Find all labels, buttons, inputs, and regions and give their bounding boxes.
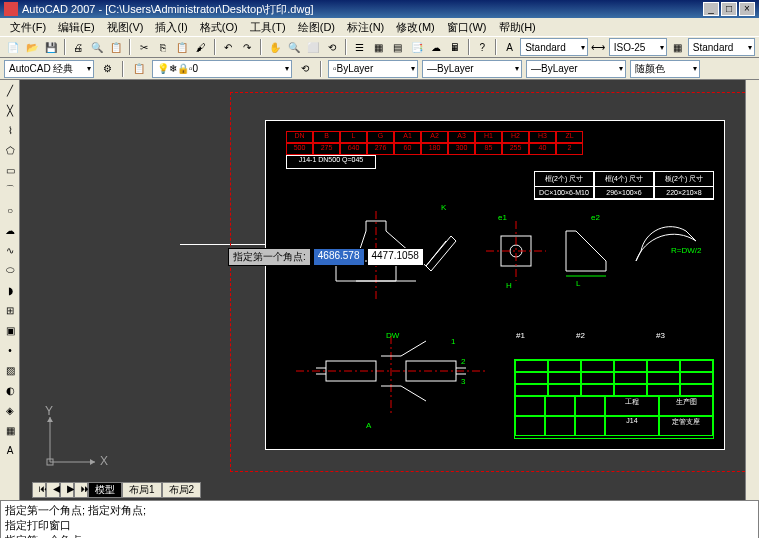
tab-layout2[interactable]: 布局2 (162, 482, 202, 498)
val-zl: 2 (556, 143, 583, 155)
gradient-icon[interactable]: ◐ (1, 381, 19, 399)
dyn-x[interactable]: 4686.578 (313, 248, 365, 266)
zoom-prev-icon[interactable]: ⟲ (324, 38, 341, 56)
tab-layout1[interactable]: 布局1 (122, 482, 162, 498)
dyn-y[interactable]: 4477.1058 (367, 248, 424, 266)
circle-icon[interactable]: ○ (1, 201, 19, 219)
properties-icon[interactable]: ☰ (351, 38, 368, 56)
tab-prev-icon[interactable]: ◀ (46, 482, 60, 498)
rectangle-icon[interactable]: ▭ (1, 161, 19, 179)
save-icon[interactable]: 💾 (42, 38, 59, 56)
line-icon[interactable]: ╱ (1, 81, 19, 99)
close-button[interactable]: × (739, 2, 755, 16)
xline-icon[interactable]: ╳ (1, 101, 19, 119)
textstyle-dropdown[interactable]: Standard (520, 38, 587, 56)
ellipse-icon[interactable]: ⬭ (1, 261, 19, 279)
table-icon[interactable]: ▦ (1, 421, 19, 439)
lineweight-dropdown[interactable]: — ByLayer (526, 60, 626, 78)
dimstyle-dropdown[interactable]: ISO-25 (609, 38, 667, 56)
workspace-settings-icon[interactable]: ⚙ (98, 60, 116, 78)
paste-icon[interactable]: 📋 (173, 38, 190, 56)
tb-proj-val: 生产图 (659, 396, 713, 416)
redo-icon[interactable]: ↷ (239, 38, 256, 56)
spline-icon[interactable]: ∿ (1, 241, 19, 259)
menu-dimension[interactable]: 标注(N) (341, 20, 390, 35)
help-icon[interactable]: ? (474, 38, 491, 56)
drawing-canvas[interactable]: DN B L G A1 A2 A3 H1 H2 H3 ZL 500 275 64… (20, 80, 759, 500)
col-a1: A1 (394, 131, 421, 143)
properties-toolbar: AutoCAD 经典 ⚙ 📋 💡❄🔒▫ 0 ⟲ ▫ ByLayer — ByLa… (0, 58, 759, 80)
ellipse-arc-icon[interactable]: ◗ (1, 281, 19, 299)
tablestyle-icon[interactable]: ▦ (669, 38, 686, 56)
param-header-row: DN B L G A1 A2 A3 H1 H2 H3 ZL (286, 131, 583, 143)
col-b: B (313, 131, 340, 143)
menu-draw[interactable]: 绘图(D) (292, 20, 341, 35)
plotstyle-dropdown[interactable]: 随颜色 (630, 60, 700, 78)
design-center-icon[interactable]: ▦ (370, 38, 387, 56)
hatch-icon[interactable]: ▨ (1, 361, 19, 379)
dyn-prompt: 指定第一个角点: (228, 248, 311, 266)
dim-k: K (441, 203, 446, 212)
tab-first-icon[interactable]: ⏮ (32, 482, 46, 498)
publish-icon[interactable]: 📋 (108, 38, 125, 56)
col-h3: H3 (529, 131, 556, 143)
match-icon[interactable]: 🖌 (193, 38, 210, 56)
command-line[interactable]: 指定第一个角点; 指定对角点; 指定打印窗口 指定第一个角点; (0, 500, 759, 538)
arc-icon[interactable]: ⌒ (1, 181, 19, 199)
layer-dropdown[interactable]: 💡❄🔒▫ 0 (152, 60, 292, 78)
layer-prev-icon[interactable]: ⟲ (296, 60, 314, 78)
polygon-icon[interactable]: ⬠ (1, 141, 19, 159)
pan-icon[interactable]: ✋ (266, 38, 283, 56)
tablestyle-dropdown[interactable]: Standard (688, 38, 755, 56)
cut-icon[interactable]: ✂ (135, 38, 152, 56)
point-icon[interactable]: • (1, 341, 19, 359)
region-icon[interactable]: ◈ (1, 401, 19, 419)
menu-window[interactable]: 窗口(W) (441, 20, 493, 35)
polyline-icon[interactable]: ⌇ (1, 121, 19, 139)
tool-palette-icon[interactable]: ▤ (389, 38, 406, 56)
dim-r: R=DW/2 (671, 246, 701, 255)
menu-view[interactable]: 视图(V) (101, 20, 150, 35)
drawing-content: DN B L G A1 A2 A3 H1 H2 H3 ZL 500 275 64… (265, 120, 725, 450)
make-block-icon[interactable]: ▣ (1, 321, 19, 339)
ucs-icon: X Y (40, 407, 110, 480)
tab-next-icon[interactable]: ▶ (60, 482, 74, 498)
print-icon[interactable]: 🖨 (70, 38, 87, 56)
zoom-icon[interactable]: 🔍 (285, 38, 302, 56)
dim-e2: e2 (591, 213, 600, 222)
vertical-scrollbar[interactable] (745, 80, 759, 500)
menu-help[interactable]: 帮助(H) (493, 20, 542, 35)
dimstyle-icon[interactable]: ⟷ (590, 38, 607, 56)
textstyle-icon[interactable]: A (501, 38, 518, 56)
preview-icon[interactable]: 🔍 (89, 38, 106, 56)
cmd-history-1: 指定第一个角点; 指定对角点; (5, 503, 754, 518)
menu-file[interactable]: 文件(F) (4, 20, 52, 35)
insert-block-icon[interactable]: ⊞ (1, 301, 19, 319)
sheet-set-icon[interactable]: 📑 (408, 38, 425, 56)
workspace-dropdown[interactable]: AutoCAD 经典 (4, 60, 94, 78)
drawing-label: J14-1 DN500 Q=045 (286, 155, 376, 169)
tab-last-icon[interactable]: ⏭ (74, 482, 88, 498)
undo-icon[interactable]: ↶ (220, 38, 237, 56)
calc-icon[interactable]: 🖩 (447, 38, 464, 56)
markup-icon[interactable]: ☁ (427, 38, 444, 56)
menu-tools[interactable]: 工具(T) (244, 20, 292, 35)
tab-model[interactable]: 模型 (88, 482, 122, 498)
menu-format[interactable]: 格式(O) (194, 20, 244, 35)
copy-icon[interactable]: ⎘ (154, 38, 171, 56)
color-dropdown[interactable]: ▫ ByLayer (328, 60, 418, 78)
val-h1: 85 (475, 143, 502, 155)
revcloud-icon[interactable]: ☁ (1, 221, 19, 239)
linetype-dropdown[interactable]: — ByLayer (422, 60, 522, 78)
new-icon[interactable]: 📄 (4, 38, 21, 56)
window-title: AutoCAD 2007 - [C:\Users\Administrator\D… (22, 2, 314, 17)
maximize-button[interactable]: □ (721, 2, 737, 16)
layer-props-icon[interactable]: 📋 (130, 60, 148, 78)
zoom-window-icon[interactable]: ⬜ (304, 38, 321, 56)
open-icon[interactable]: 📂 (23, 38, 40, 56)
minimize-button[interactable]: _ (703, 2, 719, 16)
menu-insert[interactable]: 插入(I) (149, 20, 193, 35)
menu-edit[interactable]: 编辑(E) (52, 20, 101, 35)
mtext-icon[interactable]: A (1, 441, 19, 459)
menu-modify[interactable]: 修改(M) (390, 20, 441, 35)
